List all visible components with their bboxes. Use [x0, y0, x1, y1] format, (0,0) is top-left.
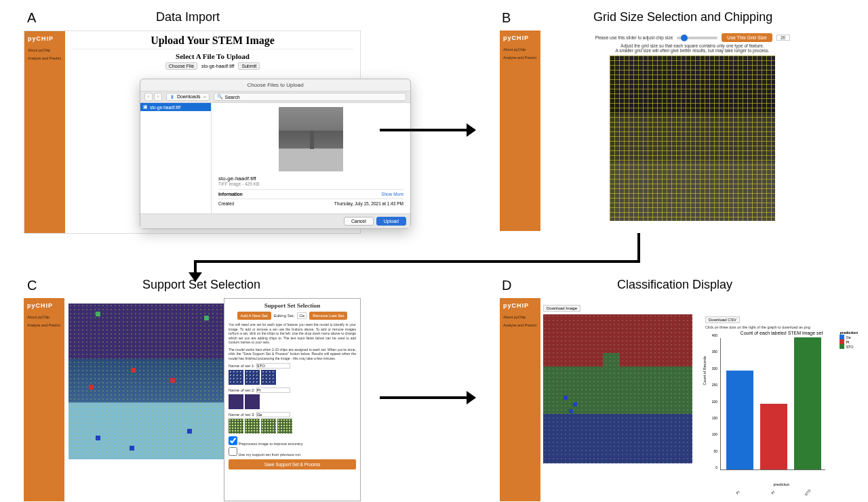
- y-tick: 50: [713, 449, 717, 453]
- support-desc-1: You will need one set for each type of f…: [229, 322, 356, 345]
- dialog-body: ▣ sto-ge-haadf.tiff sto-ge-haadf.tiff TI…: [140, 103, 410, 213]
- x-labels: PtPtSTO: [720, 490, 825, 495]
- chip-thumb[interactable]: [277, 419, 292, 434]
- legend-label-sto: STO: [846, 345, 853, 349]
- speck: [573, 402, 577, 406]
- choose-file-button[interactable]: Choose File: [165, 62, 197, 70]
- chip-thumb[interactable]: [261, 419, 276, 434]
- chip-thumb[interactable]: [245, 394, 260, 409]
- search-placeholder: Search: [225, 95, 240, 100]
- location-select[interactable]: ▮ Downloads: [166, 93, 210, 101]
- editing-set-select[interactable]: Ge: [297, 312, 307, 319]
- grid-controls: Please use this slider to adjust chip si…: [545, 33, 840, 53]
- slider-label: Please use this slider to adjust chip si…: [595, 35, 673, 40]
- search-icon: 🔍: [217, 94, 223, 100]
- y-tick: 100: [712, 432, 717, 436]
- forward-icon[interactable]: ›: [154, 93, 162, 101]
- preview-filename: sto-ge-haadf.tiff: [218, 175, 403, 182]
- arrow-A-to-B: [380, 129, 475, 131]
- chart-hint: Click on three dots on the right of the …: [705, 325, 858, 329]
- support-image[interactable]: [68, 304, 224, 459]
- set-block-3: Name of set 3:: [229, 412, 356, 434]
- chip-thumb[interactable]: [261, 370, 276, 385]
- chip-marker-sto[interactable]: [96, 436, 100, 440]
- chip-marker-ge[interactable]: [204, 316, 209, 320]
- sidebar-item-analyze[interactable]: Analyze and Predict: [26, 54, 63, 62]
- sidebar-item-analyze[interactable]: Analyze and Predict: [26, 321, 62, 329]
- y-tick: 350: [712, 350, 717, 354]
- sidebar-item-analyze[interactable]: Analyze and Predict: [502, 321, 538, 329]
- set2-input[interactable]: [256, 388, 290, 393]
- chip-marker-sto[interactable]: [130, 446, 134, 451]
- sidebar-item-about[interactable]: About pyChip: [502, 313, 538, 321]
- file-item[interactable]: ▣ sto-ge-haadf.tiff: [140, 103, 211, 111]
- sidebar-item-about[interactable]: About pyChip: [26, 313, 62, 321]
- remove-set-button[interactable]: Remove Last Set: [309, 312, 347, 320]
- sidebar-item-analyze[interactable]: Analyze and Predict: [502, 54, 538, 62]
- chipped-image: [610, 56, 775, 221]
- back-icon[interactable]: ‹: [144, 93, 153, 101]
- x-tick: Pt: [725, 478, 751, 502]
- legend-label-pt: Pt: [846, 340, 849, 344]
- bar: [760, 404, 787, 470]
- classification-image: [543, 314, 692, 463]
- panel-D-main: Download Image: [540, 298, 703, 501]
- chip-marker-pt[interactable]: [170, 378, 175, 383]
- cancel-button[interactable]: Cancel: [344, 217, 374, 226]
- title-A: Data Import: [156, 10, 220, 24]
- file-item-label: sto-ge-haadf.tiff: [150, 105, 180, 110]
- panel-B-app: pyCHIP About pyChip Analyze and Predict …: [500, 30, 844, 231]
- logo: pyCHIP: [502, 35, 538, 41]
- chip-marker-pt[interactable]: [131, 368, 136, 373]
- speck: [569, 409, 573, 413]
- support-set-panel: Support Set Selection Add A New Set Edit…: [224, 298, 361, 501]
- page-title: Upload Your STEM Image: [72, 35, 353, 49]
- results-chart-panel: Download CSV Click on three dots on the …: [705, 312, 858, 488]
- chip-marker-ge[interactable]: [96, 312, 100, 316]
- use-prev-checkbox[interactable]: Use my support set from previous run: [229, 447, 356, 457]
- created-value: Thursday, July 15, 2021 at 1:43 PM: [334, 201, 403, 206]
- sidebar: pyCHIP About pyChip Analyze and Predict: [500, 298, 540, 501]
- page-subtitle: Select A File To Upload: [72, 52, 353, 60]
- save-process-button[interactable]: Save Support Set & Process: [229, 459, 356, 469]
- logo: pyCHIP: [26, 302, 62, 309]
- chip-marker-sto[interactable]: [187, 429, 192, 434]
- chip-thumb[interactable]: [229, 370, 243, 385]
- file-select-row: Choose File sto-ge-haadf.tiff Submit: [72, 62, 353, 70]
- chip-thumb[interactable]: [245, 419, 260, 434]
- y-tick: 0: [715, 465, 717, 469]
- grid-size-value[interactable]: 26: [776, 35, 790, 41]
- download-image-button[interactable]: Download Image: [543, 305, 580, 312]
- sidebar-item-about[interactable]: About pyChip: [26, 46, 63, 54]
- submit-button[interactable]: Submit: [238, 62, 260, 70]
- slider-thumb[interactable]: [681, 35, 688, 41]
- set1-input[interactable]: [256, 363, 290, 369]
- arrow-C-to-D: [380, 396, 475, 399]
- panel-A-main: Upload Your STEM Image Select A File To …: [65, 31, 360, 233]
- show-more-link[interactable]: Show More: [381, 192, 403, 196]
- y-tick: 400: [712, 333, 717, 337]
- chart-legend: prediction Ge Pt STO: [840, 331, 858, 349]
- dialog-title: Choose Files to Upload: [140, 79, 410, 91]
- add-set-button[interactable]: Add A New Set: [237, 312, 271, 320]
- grid-size-slider[interactable]: [677, 37, 717, 39]
- chip-thumb[interactable]: [229, 394, 243, 409]
- grid-overlay: [610, 56, 775, 221]
- x-tick: STO: [795, 478, 821, 502]
- chip-thumb[interactable]: [245, 370, 260, 385]
- search-field[interactable]: 🔍 Search: [214, 93, 406, 101]
- legend-swatch-sto: [840, 344, 844, 349]
- set-block-2: Name of set 2:: [229, 388, 356, 409]
- use-grid-button[interactable]: Use This Grid Size: [722, 33, 772, 42]
- set3-input[interactable]: [256, 412, 290, 417]
- chip-marker-pt[interactable]: [89, 385, 94, 390]
- preprocess-checkbox[interactable]: Preprocess image to improve accuracy: [229, 436, 356, 446]
- chip-thumb[interactable]: [229, 419, 243, 434]
- sidebar-item-about[interactable]: About pyChip: [502, 45, 538, 54]
- panel-B-main: Please use this slider to adjust chip si…: [540, 30, 844, 231]
- panel-D-app: pyCHIP About pyChip Analyze and Predict …: [500, 298, 703, 501]
- upload-button[interactable]: Upload: [376, 217, 406, 226]
- bar: [794, 337, 821, 469]
- set1-label: Name of set 1:: [229, 364, 255, 368]
- location-label: Downloads: [177, 94, 201, 99]
